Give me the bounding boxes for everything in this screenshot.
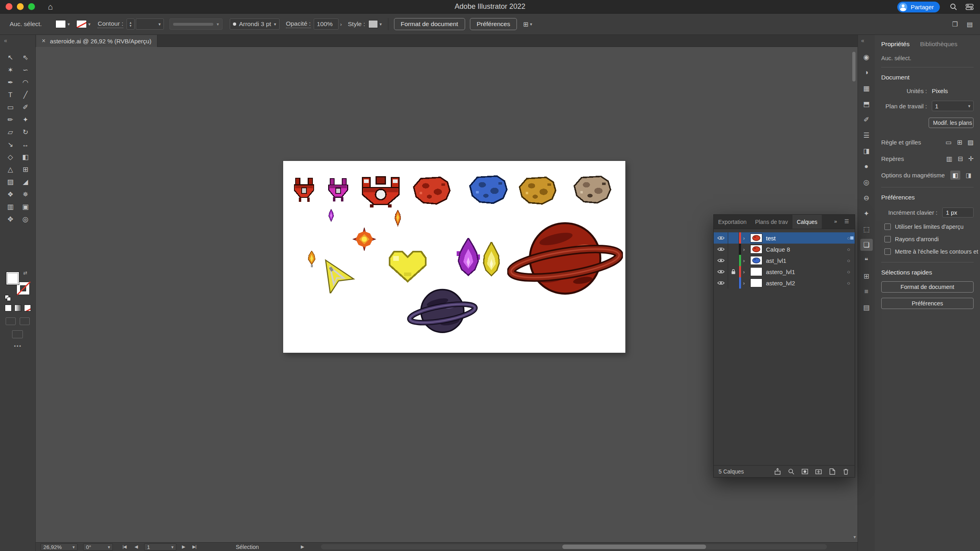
- layer-expand-chevron[interactable]: ›: [741, 246, 748, 252]
- sprite-asteroid-blue[interactable]: [469, 175, 508, 205]
- tab-exportation[interactable]: Exportation: [714, 215, 751, 229]
- delete-layer-icon[interactable]: [842, 468, 850, 475]
- free-transform-tool[interactable]: ◇: [4, 153, 16, 161]
- paintbrush-tool[interactable]: ✐: [19, 103, 31, 112]
- layer-name[interactable]: test: [766, 235, 843, 242]
- symbol-sprayer-tool[interactable]: ✵: [19, 190, 31, 199]
- gradient-tool[interactable]: ▨: [4, 178, 16, 186]
- line-segment-tool[interactable]: ╱: [19, 91, 31, 99]
- horizontal-scrollbar-thumb[interactable]: [562, 545, 706, 549]
- horizontal-scrollbar[interactable]: [321, 544, 827, 549]
- layer-thumbnail[interactable]: [750, 245, 762, 254]
- graphic-styles-panel-icon[interactable]: ⊖: [860, 192, 873, 204]
- layer-name[interactable]: astero_lvl2: [766, 280, 843, 287]
- pen-tool[interactable]: ✒: [4, 78, 16, 87]
- layer-name[interactable]: Calque 8: [766, 246, 843, 253]
- comments-panel-icon[interactable]: ❝: [860, 254, 873, 266]
- layer-lock-toggle[interactable]: [728, 277, 739, 289]
- mesh-tool[interactable]: ⊞: [19, 165, 31, 174]
- zoom-level-dropdown[interactable]: 26,92%▾: [41, 543, 78, 551]
- opacity-panel-chevron-icon[interactable]: ›: [340, 21, 342, 27]
- color-panel-icon[interactable]: ◑: [860, 67, 873, 79]
- layer-visibility-toggle[interactable]: [714, 266, 728, 277]
- sprite-heart-yellow[interactable]: [386, 246, 429, 286]
- fill-color-swatch[interactable]: ▾: [55, 20, 70, 28]
- transform-panel-icon[interactable]: ⊞: [860, 270, 873, 282]
- workspace-switcher-icon[interactable]: ▤: [967, 20, 973, 28]
- sprite-planet-red[interactable]: [507, 217, 623, 305]
- screen-mode-button[interactable]: [12, 330, 23, 338]
- pathfinder-panel-icon[interactable]: ▤: [860, 301, 873, 313]
- variable-width-profile-dropdown[interactable]: ▾: [169, 18, 223, 30]
- layer-thumbnail[interactable]: [750, 256, 762, 265]
- last-artboard-icon[interactable]: ▶|: [192, 544, 196, 549]
- layer-visibility-toggle[interactable]: [714, 255, 728, 266]
- sprite-flame-yellow-large[interactable]: [482, 242, 501, 277]
- artboard-tool[interactable]: ▣: [19, 203, 31, 211]
- sprite-planet-purple[interactable]: [407, 285, 479, 342]
- sprite-asteroid-red[interactable]: [412, 176, 451, 205]
- stroke-weight-dropdown[interactable]: ▾: [136, 18, 164, 30]
- sprite-ship-yellow[interactable]: [311, 257, 360, 293]
- magic-wand-tool[interactable]: ✶: [4, 66, 16, 74]
- layer-expand-chevron[interactable]: ›: [741, 280, 748, 286]
- scale-strokes-checkbox[interactable]: [884, 248, 891, 255]
- units-value-dropdown[interactable]: Pixels: [932, 87, 974, 94]
- vertical-scrollbar-thumb[interactable]: [852, 52, 855, 81]
- pencil-tool[interactable]: ✏: [4, 116, 16, 124]
- keyboard-increment-field[interactable]: 1 px: [942, 207, 974, 218]
- swatches-panel-icon[interactable]: ⬒: [860, 98, 873, 110]
- snap-to-point-icon[interactable]: ◨: [964, 171, 974, 180]
- layer-thumbnail[interactable]: [750, 279, 762, 287]
- draw-normal-icon[interactable]: [6, 317, 16, 325]
- layer-lock-toggle[interactable]: [728, 244, 739, 255]
- smart-guides-icon[interactable]: ✛: [968, 155, 974, 163]
- layer-expand-chevron[interactable]: ›: [741, 258, 748, 264]
- symbols-panel-icon[interactable]: ✦: [860, 207, 873, 220]
- artboard-select-dropdown[interactable]: 1▾: [932, 101, 974, 111]
- ruler-icon[interactable]: ▭: [945, 138, 951, 146]
- sprite-sun-burst[interactable]: [351, 227, 377, 251]
- window-minimize-button[interactable]: [17, 3, 24, 10]
- expand-panels-icon[interactable]: «: [861, 37, 864, 44]
- stroke-weight-stepper[interactable]: ▴▾: [127, 18, 135, 30]
- tab-proprietes[interactable]: Propriétés: [881, 41, 910, 48]
- sprite-asteroid-tan[interactable]: [573, 175, 612, 205]
- new-layer-icon[interactable]: [828, 468, 836, 475]
- layer-lock-toggle[interactable]: [728, 266, 739, 277]
- none-mode-icon[interactable]: [24, 305, 31, 311]
- stroke-color-swatch[interactable]: ▾: [76, 20, 91, 28]
- style-swatch-dropdown[interactable]: ▾: [368, 20, 382, 28]
- fill-color-indicator[interactable]: [6, 272, 19, 285]
- previous-artboard-icon[interactable]: ◀: [135, 544, 137, 549]
- sprite-flame-orange[interactable]: [394, 210, 402, 227]
- sprite-flame-purple-small[interactable]: [328, 209, 334, 222]
- color-mode-icon[interactable]: [5, 305, 12, 311]
- layer-target-circle[interactable]: ○: [843, 258, 855, 264]
- perspective-grid-tool[interactable]: △: [4, 165, 16, 174]
- gradient-mode-icon[interactable]: [14, 305, 21, 311]
- control-center-icon[interactable]: [966, 3, 974, 11]
- eraser-tool[interactable]: ▱: [4, 128, 16, 136]
- layer-target-circle[interactable]: ○: [843, 280, 855, 286]
- type-tool[interactable]: T: [4, 91, 16, 99]
- layer-row-test[interactable]: ›test○: [714, 232, 855, 244]
- edit-artboards-button[interactable]: Modif. les plans de t: [929, 118, 974, 128]
- draw-behind-icon[interactable]: [20, 317, 30, 325]
- share-button[interactable]: Partager: [897, 2, 940, 12]
- artboard[interactable]: [283, 161, 625, 353]
- artboard-number-dropdown[interactable]: 1▾: [144, 543, 176, 551]
- locate-object-icon[interactable]: [787, 468, 795, 475]
- column-graph-tool[interactable]: ▥: [4, 203, 16, 211]
- layer-target-circle[interactable]: ○: [843, 235, 855, 241]
- color-guide-panel-icon[interactable]: ▦: [860, 82, 873, 94]
- brushes-panel-icon[interactable]: ✐: [860, 114, 873, 126]
- navigator-panel-icon[interactable]: ◉: [860, 51, 873, 63]
- stroke-panel-icon[interactable]: ☰: [860, 129, 873, 141]
- tab-calques[interactable]: Calques: [792, 215, 822, 229]
- lasso-tool[interactable]: ∽: [19, 66, 31, 74]
- corner-radius-checkbox[interactable]: [884, 236, 891, 242]
- default-fill-stroke-icon[interactable]: [5, 295, 11, 301]
- blend-tool[interactable]: ❖: [4, 190, 16, 199]
- first-artboard-icon[interactable]: |◀: [122, 544, 126, 549]
